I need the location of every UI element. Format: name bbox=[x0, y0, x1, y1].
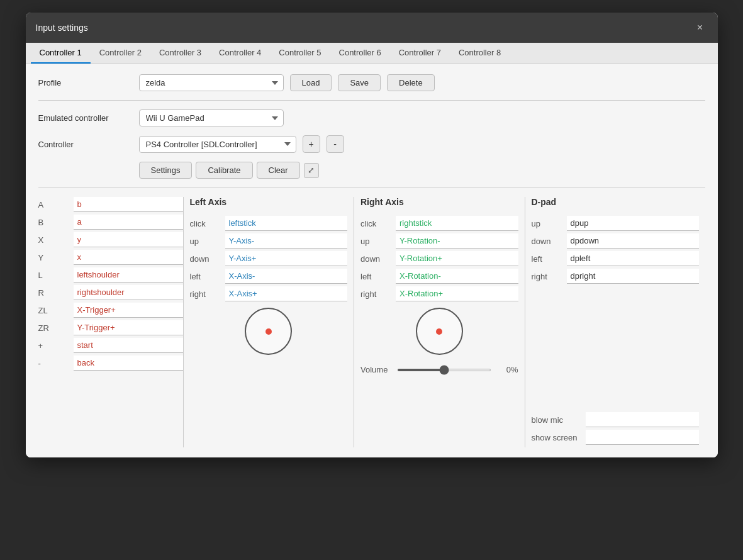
left-axis-value[interactable] bbox=[225, 251, 348, 266]
controller-select[interactable]: PS4 Controller [SDLController] bbox=[139, 136, 296, 153]
delete-button[interactable]: Delete bbox=[387, 74, 435, 91]
button-label: R bbox=[38, 288, 70, 298]
dpad-value[interactable] bbox=[567, 233, 699, 249]
right-axis-header: Right Axis bbox=[360, 197, 518, 210]
right-joystick-dot bbox=[436, 328, 442, 335]
dpad-row: left bbox=[532, 251, 699, 266]
close-button[interactable]: × bbox=[693, 20, 708, 35]
button-row: + bbox=[38, 338, 183, 353]
left-axis-row: up bbox=[190, 233, 348, 249]
tab-controller-5[interactable]: Controller 5 bbox=[270, 43, 330, 64]
left-axis-row: down bbox=[190, 251, 348, 266]
controller-row: Controller PS4 Controller [SDLController… bbox=[38, 135, 705, 153]
save-button[interactable]: Save bbox=[338, 74, 381, 91]
misc-value[interactable] bbox=[586, 430, 699, 445]
left-axis-label: left bbox=[190, 272, 221, 281]
controller-actions-row: Settings Calibrate Clear ⤢ bbox=[139, 162, 705, 179]
input-settings-dialog: Input settings × Controller 1 Controller… bbox=[26, 13, 718, 457]
dpad-value[interactable] bbox=[567, 251, 699, 266]
right-axis-value[interactable] bbox=[396, 233, 518, 249]
right-axis-value[interactable] bbox=[396, 216, 518, 231]
tab-controller-3[interactable]: Controller 3 bbox=[150, 43, 210, 64]
right-axis-value[interactable] bbox=[396, 269, 518, 284]
dpad-row: down bbox=[532, 233, 699, 249]
add-controller-button[interactable]: + bbox=[303, 135, 320, 153]
button-label: B bbox=[38, 218, 70, 227]
dpad-row: right bbox=[532, 269, 699, 284]
button-row: R bbox=[38, 285, 183, 300]
dialog-title: Input settings bbox=[36, 23, 88, 33]
button-value[interactable] bbox=[74, 267, 183, 283]
right-axis-label: click bbox=[360, 219, 392, 228]
button-value[interactable] bbox=[74, 232, 183, 247]
button-row: L bbox=[38, 267, 183, 283]
right-axis-label: left bbox=[360, 272, 392, 281]
left-axis-column: Left Axis click up down left right bbox=[183, 197, 354, 447]
button-value[interactable] bbox=[74, 338, 183, 353]
misc-row: show screen bbox=[532, 430, 699, 445]
volume-row: Volume 0% bbox=[360, 365, 518, 374]
dpad-value[interactable] bbox=[567, 216, 699, 231]
right-axis-label: down bbox=[360, 254, 392, 264]
left-axis-row: right bbox=[190, 286, 348, 301]
buttons-map: A B X Y L R ZL ZR + - bbox=[38, 197, 183, 371]
left-axis-row: left bbox=[190, 269, 348, 284]
profile-row: Profile zelda Load Save Delete bbox=[38, 74, 705, 91]
misc-label: blow mic bbox=[532, 415, 582, 425]
misc-value[interactable] bbox=[586, 412, 699, 427]
right-axis-value[interactable] bbox=[396, 286, 518, 301]
left-axis-value[interactable] bbox=[225, 216, 348, 231]
button-label: A bbox=[38, 200, 70, 210]
divider-1 bbox=[38, 100, 705, 101]
left-joystick-wrap bbox=[190, 304, 348, 359]
profile-label: Profile bbox=[38, 78, 133, 87]
profile-select[interactable]: zelda bbox=[139, 74, 284, 91]
right-axis-value[interactable] bbox=[396, 251, 518, 266]
left-axis-value[interactable] bbox=[225, 233, 348, 249]
left-axis-label: down bbox=[190, 254, 221, 264]
dpad-label: up bbox=[532, 219, 563, 228]
tab-controller-7[interactable]: Controller 7 bbox=[390, 43, 450, 64]
mapping-area: A B X Y L R ZL ZR + - Left Axis click bbox=[38, 197, 705, 447]
dpad-value[interactable] bbox=[567, 269, 699, 284]
right-joystick-wrap bbox=[360, 304, 518, 359]
tab-controller-2[interactable]: Controller 2 bbox=[91, 43, 150, 64]
tab-controller-8[interactable]: Controller 8 bbox=[450, 43, 510, 64]
remove-controller-button[interactable]: - bbox=[327, 135, 344, 153]
volume-slider[interactable] bbox=[397, 369, 491, 371]
left-axis-value[interactable] bbox=[225, 269, 348, 284]
right-axis-label: right bbox=[360, 289, 392, 299]
button-value[interactable] bbox=[74, 320, 183, 335]
calibrate-button[interactable]: Calibrate bbox=[196, 162, 252, 179]
tabs-bar: Controller 1 Controller 2 Controller 3 C… bbox=[26, 43, 718, 64]
tab-controller-6[interactable]: Controller 6 bbox=[330, 43, 390, 64]
button-value[interactable] bbox=[74, 285, 183, 300]
dpad-label: down bbox=[532, 237, 563, 246]
clear-button[interactable]: Clear bbox=[257, 162, 300, 179]
right-axis-label: up bbox=[360, 237, 392, 246]
button-value[interactable] bbox=[74, 197, 183, 212]
button-value[interactable] bbox=[74, 215, 183, 230]
button-value[interactable] bbox=[74, 303, 183, 318]
button-row: X bbox=[38, 232, 183, 247]
tab-controller-4[interactable]: Controller 4 bbox=[210, 43, 270, 64]
dpad-row: up bbox=[532, 216, 699, 231]
volume-label: Volume bbox=[360, 365, 392, 374]
emulated-controller-select[interactable]: Wii U GamePad bbox=[139, 109, 284, 126]
settings-button[interactable]: Settings bbox=[139, 162, 193, 179]
title-bar: Input settings × bbox=[26, 13, 718, 43]
left-axis-header: Left Axis bbox=[190, 197, 348, 210]
tab-controller-1[interactable]: Controller 1 bbox=[31, 43, 91, 64]
button-value[interactable] bbox=[74, 356, 183, 371]
dpad-column: D-pad up down left right blow mic show s… bbox=[525, 197, 705, 447]
expand-button[interactable]: ⤢ bbox=[304, 163, 319, 178]
divider-2 bbox=[38, 188, 705, 188]
dpad-label: left bbox=[532, 254, 563, 264]
left-axis-label: right bbox=[190, 289, 221, 299]
button-label: L bbox=[38, 271, 70, 280]
left-axis-row: click bbox=[190, 216, 348, 231]
load-button[interactable]: Load bbox=[290, 74, 332, 91]
button-label: + bbox=[38, 341, 70, 350]
left-axis-value[interactable] bbox=[225, 286, 348, 301]
button-value[interactable] bbox=[74, 250, 183, 265]
